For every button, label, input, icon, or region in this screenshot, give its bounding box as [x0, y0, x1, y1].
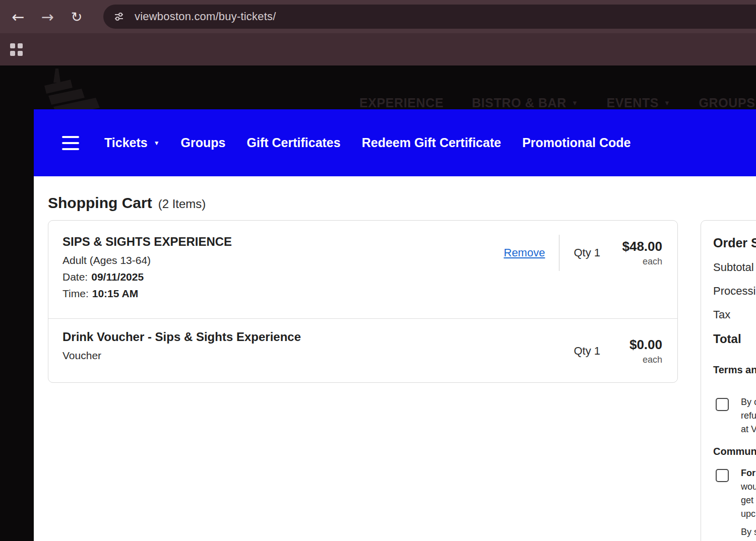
order-summary-title: Order S — [713, 236, 756, 250]
item-name: SIPS & SIGHTS EXPERIENCE — [62, 235, 504, 249]
terms-heading: Terms an — [713, 364, 756, 376]
menu-icon — [62, 136, 79, 138]
item-date: Date:09/11/2025 — [62, 268, 504, 285]
quantity-label: Qty 1 — [574, 246, 600, 259]
back-button[interactable]: ← — [7, 6, 29, 28]
price-amount: $48.00 — [614, 239, 662, 254]
item-variant: Voucher — [62, 347, 574, 364]
cart-card: SIPS & SIGHTS EXPERIENCE Adult (Ages 13-… — [48, 220, 678, 383]
browser-chrome: ← → ↻ viewboston.com/buy-tickets/ — [0, 0, 756, 65]
menu-button[interactable] — [62, 136, 80, 150]
nav-gift-certificates[interactable]: Gift Certificates — [247, 136, 341, 150]
cart-page: Shopping Cart (2 Items) SIPS & SIGHTS EX… — [34, 176, 756, 541]
item-price: $0.00 each — [614, 337, 662, 365]
nav-redeem-gift-certificate[interactable]: Redeem Gift Certificate — [362, 136, 501, 150]
price-amount: $0.00 — [614, 337, 662, 353]
item-name: Drink Voucher - Sips & Sights Experience — [62, 330, 574, 344]
chevron-down-icon: ▼ — [154, 140, 160, 147]
nav-groups[interactable]: Groups — [181, 136, 226, 150]
reload-icon: ↻ — [71, 9, 83, 25]
communication-text: For wou get upc — [741, 466, 756, 521]
item-price: $48.00 each — [614, 239, 662, 267]
chevron-down-icon: ▼ — [572, 99, 578, 107]
url-text: viewboston.com/buy-tickets/ — [135, 10, 276, 23]
vertical-divider — [559, 235, 559, 271]
quantity-label: Qty 1 — [574, 345, 600, 358]
site-header-nav: EXPERIENCE BISTRO & BAR ▼ EVENTS ▼ GROUP… — [359, 96, 755, 110]
site-nav-events[interactable]: EVENTS ▼ — [606, 96, 670, 110]
total-label: Total — [713, 332, 741, 346]
nav-promotional-code[interactable]: Promotional Code — [522, 136, 631, 150]
apps-grid-icon[interactable] — [10, 43, 23, 56]
terms-checkbox[interactable] — [716, 398, 729, 411]
site-settings-icon[interactable] — [110, 8, 128, 25]
back-icon: ← — [12, 8, 24, 26]
forward-icon: → — [41, 8, 53, 26]
communication-checkbox[interactable] — [716, 469, 729, 482]
item-variant: Adult (Ages 13-64) — [62, 252, 504, 268]
item-info: SIPS & SIGHTS EXPERIENCE Adult (Ages 13-… — [62, 235, 504, 318]
item-info: Drink Voucher - Sips & Sights Experience… — [62, 330, 574, 382]
tax-label: Tax — [713, 308, 730, 321]
reload-button[interactable]: ↻ — [66, 6, 88, 28]
page-title: Shopping Cart — [48, 194, 152, 212]
site-nav-experience[interactable]: EXPERIENCE — [359, 96, 444, 110]
summary-footer-text: By s — [741, 527, 756, 537]
item-controls: Qty 1 $0.00 each — [574, 333, 662, 369]
forward-button[interactable]: → — [36, 6, 58, 28]
ticket-nav-bar: Tickets ▼ Groups Gift Certificates Redee… — [34, 109, 756, 176]
communication-heading: Commun — [713, 446, 756, 457]
cart-item-row: Drink Voucher - Sips & Sights Experience… — [48, 318, 677, 382]
site-nav-bistro-bar[interactable]: BISTRO & BAR ▼ — [472, 96, 578, 110]
site-nav-groups[interactable]: GROUPS — [699, 96, 755, 110]
remove-link[interactable]: Remove — [504, 246, 545, 259]
chevron-down-icon: ▼ — [664, 99, 670, 107]
terms-text: By c refu at V — [741, 395, 756, 436]
subtotal-label: Subtotal — [713, 261, 754, 274]
item-time: Time:10:15 AM — [62, 285, 504, 302]
page-header: Shopping Cart (2 Items) — [48, 194, 206, 212]
item-controls: Remove Qty 1 $48.00 each — [504, 235, 663, 271]
cart-item-row: SIPS & SIGHTS EXPERIENCE Adult (Ages 13-… — [48, 221, 677, 318]
browser-toolbar: ← → ↻ viewboston.com/buy-tickets/ — [0, 0, 756, 33]
address-bar[interactable]: viewboston.com/buy-tickets/ — [103, 5, 756, 29]
nav-tickets[interactable]: Tickets ▼ — [104, 136, 160, 150]
price-unit: each — [614, 355, 662, 365]
processing-fee-label: Processi — [713, 285, 755, 298]
bookmarks-bar — [0, 33, 756, 65]
price-unit: each — [614, 256, 662, 267]
order-summary-card: Order S Subtotal Processi Tax Total Term… — [701, 220, 756, 541]
cart-item-count: (2 Items) — [158, 197, 206, 211]
